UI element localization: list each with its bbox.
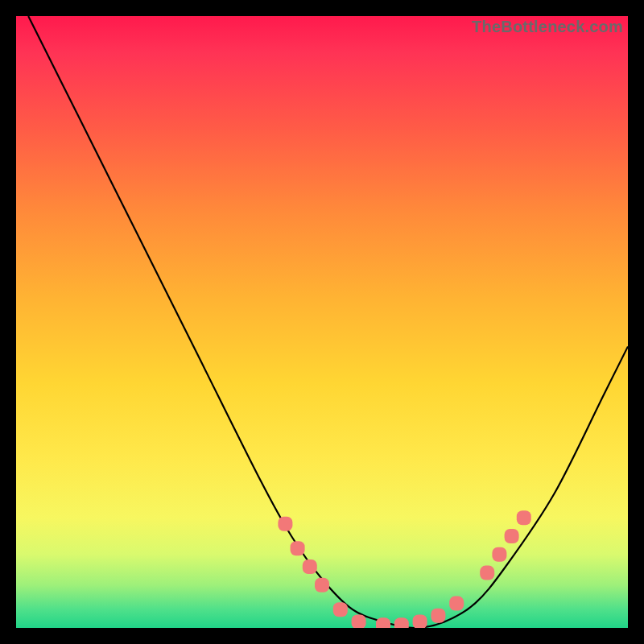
marker-dot <box>291 541 305 555</box>
marker-dot <box>333 602 348 617</box>
bottleneck-curve <box>28 16 628 628</box>
chart-svg <box>16 16 628 628</box>
marker-dot <box>517 510 531 525</box>
chart-frame: TheBottleneck.com <box>16 16 628 628</box>
highlight-dots <box>278 510 530 628</box>
marker-dot <box>492 547 506 562</box>
marker-dot <box>413 614 427 628</box>
watermark-text: TheBottleneck.com <box>472 18 623 36</box>
marker-dot <box>315 578 329 592</box>
marker-dot <box>376 617 390 628</box>
marker-dot <box>505 529 519 543</box>
marker-dot <box>394 617 409 628</box>
marker-dot <box>449 597 464 611</box>
marker-dot <box>303 559 317 574</box>
marker-dot <box>431 609 445 623</box>
marker-dot <box>352 614 366 628</box>
marker-dot <box>278 517 292 531</box>
marker-dot <box>480 566 494 580</box>
